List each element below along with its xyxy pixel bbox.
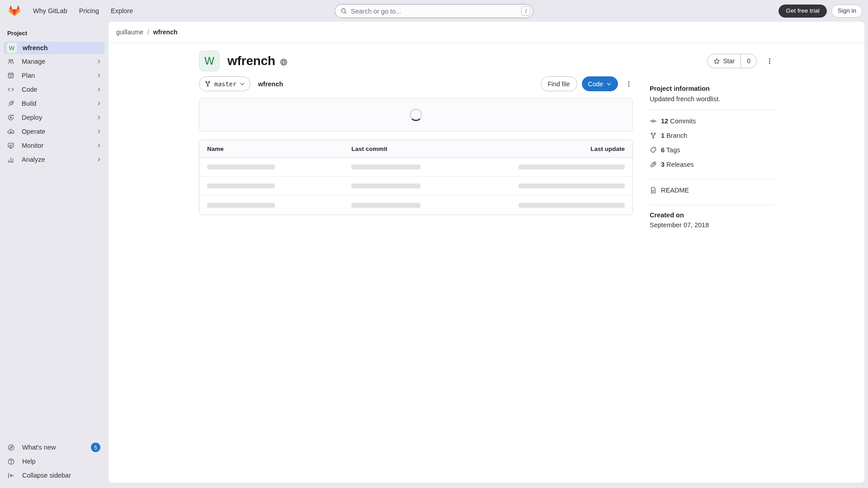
- content-card: guillaume / wfrench W wfrench Star: [108, 22, 864, 483]
- column-header-name[interactable]: Name: [199, 145, 344, 152]
- file-table: Name Last commit Last update: [199, 140, 633, 215]
- project-actions: Star 0: [707, 54, 774, 68]
- stat-count: 12: [661, 117, 668, 125]
- analyze-icon: [7, 156, 14, 163]
- find-file-button[interactable]: Find file: [541, 76, 577, 91]
- star-button[interactable]: Star: [708, 54, 741, 68]
- star-count[interactable]: 0: [741, 54, 756, 68]
- repo-toolbar-actions: Find file Code: [541, 76, 633, 91]
- chevron-right-icon: [96, 156, 102, 163]
- created-on-value: September 07, 2018: [650, 221, 774, 229]
- manage-icon: [7, 58, 14, 65]
- sidebar-item-project-wfrench[interactable]: W wfrench: [4, 42, 105, 54]
- sidebar-item-manage[interactable]: Manage: [4, 55, 105, 68]
- monitor-icon: [7, 142, 14, 149]
- tag-icon: [650, 146, 657, 154]
- sidebar-item-monitor[interactable]: Monitor: [4, 139, 105, 152]
- star-label: Star: [723, 57, 735, 65]
- search-placeholder: Search or go to...: [351, 8, 521, 15]
- nav-link-explore[interactable]: Explore: [105, 5, 139, 17]
- readme-label: README: [661, 187, 689, 194]
- repository-section: master wfrench Find file Code: [199, 76, 633, 229]
- stat-text: 3 Releases: [661, 161, 694, 168]
- search-shortcut-key: /: [521, 6, 530, 16]
- sidebar-item-label: Analyze: [22, 156, 45, 163]
- breadcrumb: guillaume / wfrench: [108, 22, 864, 43]
- star-button-group: Star 0: [707, 54, 757, 68]
- stat-text: 1 Branch: [661, 132, 687, 139]
- branch-selector[interactable]: master: [199, 76, 250, 91]
- tags-stat-link[interactable]: 6 Tags: [650, 143, 774, 157]
- chevron-right-icon: [96, 86, 102, 93]
- sidebar-item-plan[interactable]: Plan: [4, 69, 105, 82]
- created-on-label: Created on: [650, 211, 774, 219]
- sidebar-item-analyze[interactable]: Analyze: [4, 153, 105, 166]
- collapse-sidebar-icon: [7, 472, 15, 479]
- whats-new-item[interactable]: What's new 5: [4, 441, 105, 454]
- sidebar-item-code[interactable]: Code: [4, 83, 105, 96]
- breadcrumb-current: wfrench: [153, 28, 178, 36]
- help-item[interactable]: Help: [4, 455, 105, 468]
- project-information-sidebar: Project information Updated french wordl…: [650, 76, 774, 229]
- operate-icon: [7, 128, 14, 135]
- divider: [650, 179, 774, 179]
- chevron-down-icon: [606, 81, 612, 87]
- repo-toolbar: master wfrench Find file Code: [199, 76, 633, 91]
- skeleton-bar: [519, 203, 625, 208]
- sidebar-item-build[interactable]: Build: [4, 97, 105, 110]
- commits-stat-link[interactable]: 12 Commits: [650, 114, 774, 128]
- sign-in-button[interactable]: Sign in: [831, 5, 863, 18]
- sidebar-heading: Project: [0, 26, 108, 41]
- stat-count: 3: [661, 161, 665, 168]
- help-label: Help: [22, 458, 36, 465]
- sidebar-item-label: wfrench: [23, 44, 48, 52]
- column-header-last-commit[interactable]: Last commit: [344, 145, 488, 152]
- collapse-sidebar-item[interactable]: Collapse sidebar: [4, 469, 105, 482]
- nav-link-why-gitlab[interactable]: Why GitLab: [27, 5, 73, 17]
- project-description: Updated french wordlist.: [650, 95, 774, 103]
- releases-stat-link[interactable]: 3 Releases: [650, 157, 774, 172]
- left-sidebar: Project W wfrench Manage Plan Code Build: [0, 22, 108, 488]
- sidebar-item-operate[interactable]: Operate: [4, 125, 105, 138]
- divider: [650, 205, 774, 205]
- sidebar-item-label: Deploy: [22, 114, 42, 121]
- chevron-down-icon: [240, 81, 245, 87]
- column-header-last-update[interactable]: Last update: [488, 145, 632, 152]
- branch-name: master: [214, 80, 236, 88]
- help-icon: [7, 458, 15, 465]
- table-row-skeleton: [199, 158, 632, 177]
- commit-loading-panel: [199, 98, 633, 131]
- search-input[interactable]: Search or go to... /: [335, 4, 533, 18]
- breadcrumb-separator: /: [147, 28, 149, 36]
- file-table-header: Name Last commit Last update: [199, 140, 632, 158]
- skeleton-bar: [207, 164, 275, 169]
- repo-path-label: wfrench: [258, 80, 283, 88]
- repo-options-kebab-button[interactable]: [625, 77, 633, 91]
- chevron-right-icon: [96, 114, 102, 121]
- code-icon: [7, 86, 14, 93]
- nav-link-pricing[interactable]: Pricing: [73, 5, 105, 17]
- readme-link[interactable]: README: [650, 183, 774, 197]
- sidebar-item-deploy[interactable]: Deploy: [4, 111, 105, 124]
- rocket-icon: [650, 161, 657, 168]
- stat-label: Tags: [666, 146, 680, 154]
- skeleton-bar: [519, 164, 625, 169]
- project-options-kebab-button[interactable]: [765, 54, 774, 68]
- gitlab-logo[interactable]: [5, 5, 27, 17]
- skeleton-bar: [351, 183, 420, 188]
- chevron-right-icon: [96, 72, 102, 79]
- code-dropdown-button[interactable]: Code: [582, 76, 618, 91]
- stat-label: Commits: [670, 117, 696, 125]
- branches-stat-link[interactable]: 1 Branch: [650, 128, 774, 143]
- top-bar: Why GitLab Pricing Explore Search or go …: [0, 0, 868, 22]
- stat-text: 6 Tags: [661, 146, 680, 154]
- stat-count: 1: [661, 132, 665, 139]
- project-title-avatar: W: [199, 51, 220, 71]
- divider: [650, 110, 774, 110]
- get-free-trial-button[interactable]: Get free trial: [778, 5, 826, 18]
- chevron-right-icon: [96, 128, 102, 135]
- skeleton-bar: [207, 203, 275, 208]
- kebab-menu-icon: [766, 58, 773, 65]
- loading-spinner-icon: [410, 108, 422, 121]
- breadcrumb-parent-link[interactable]: guillaume: [116, 28, 143, 36]
